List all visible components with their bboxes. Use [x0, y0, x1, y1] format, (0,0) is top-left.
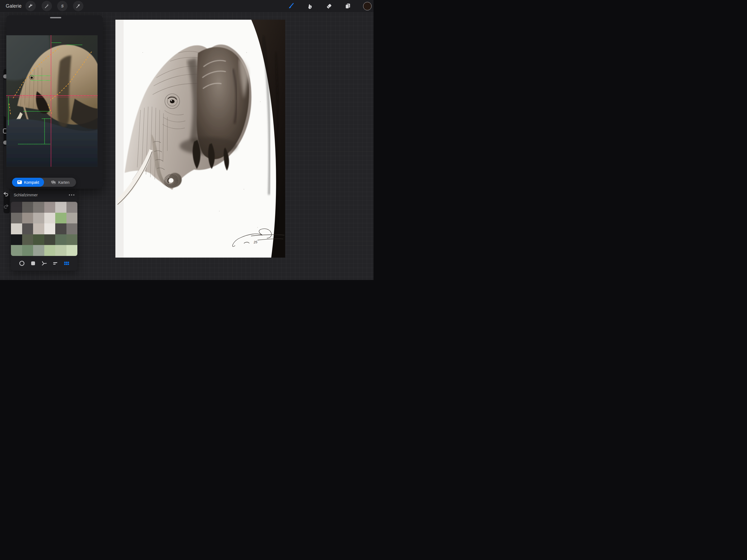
color-harmony-icon	[41, 260, 47, 266]
undo-button[interactable]	[3, 192, 9, 198]
palette-swatch[interactable]	[11, 202, 22, 213]
palette-swatch[interactable]	[44, 213, 55, 224]
transform-arrow-icon	[75, 3, 81, 9]
transform-button[interactable]	[73, 1, 83, 11]
palette-swatch[interactable]	[67, 245, 78, 256]
actions-button[interactable]	[25, 1, 36, 11]
palette-swatch[interactable]	[44, 234, 55, 245]
tab-karten[interactable]: Karten	[44, 178, 76, 187]
palette-header: Schlafzimmer	[11, 190, 77, 200]
smudge-button[interactable]	[305, 2, 314, 10]
palette-swatch[interactable]	[22, 213, 33, 224]
gallery-button[interactable]: Galerie	[6, 0, 22, 12]
layers-icon	[344, 2, 351, 9]
palette-menu-button[interactable]	[67, 192, 76, 198]
palette-swatch[interactable]	[55, 234, 67, 245]
reference-photo	[6, 35, 98, 167]
palette-swatch[interactable]	[33, 223, 44, 234]
redo-button[interactable]	[3, 204, 9, 210]
top-toolbar: Galerie S	[0, 0, 374, 12]
stacked-cards-icon	[51, 180, 56, 184]
reference-drag-handle[interactable]	[50, 17, 61, 18]
wrench-icon	[28, 3, 33, 9]
color-classic-icon	[30, 260, 36, 266]
palette-swatch[interactable]	[33, 245, 44, 256]
paint-brush-icon	[287, 2, 294, 9]
reference-panel[interactable]	[6, 15, 103, 189]
palette-view-tabs: Kompakt Karten	[12, 178, 76, 187]
palette-swatch[interactable]	[55, 223, 67, 234]
procreate-app: 25 Schlafzimmer	[0, 0, 374, 280]
redo-arrow-icon	[3, 204, 9, 210]
magic-wand-icon	[44, 3, 50, 9]
palette-swatch[interactable]	[44, 223, 55, 234]
signature-year: 25	[253, 240, 258, 244]
compact-card-icon	[17, 180, 22, 184]
canvas[interactable]: 25	[115, 20, 285, 258]
erase-button[interactable]	[325, 2, 333, 10]
palette-swatch[interactable]	[33, 202, 44, 213]
selection-button[interactable]: S	[57, 1, 68, 11]
palette-swatch[interactable]	[55, 245, 67, 256]
tab-karten-label: Karten	[58, 180, 70, 184]
palette-swatch[interactable]	[11, 234, 22, 245]
color-disc-icon	[19, 260, 25, 266]
paint-button[interactable]	[286, 2, 295, 10]
smudge-finger-icon	[306, 2, 313, 9]
color-mode-palettes[interactable]	[63, 260, 70, 267]
color-mode-value[interactable]	[52, 260, 59, 267]
color-value-icon	[52, 260, 58, 266]
color-mode-classic[interactable]	[29, 260, 36, 267]
palette-swatch[interactable]	[67, 234, 78, 245]
color-mode-disc[interactable]	[18, 260, 25, 267]
palette-swatch[interactable]	[44, 202, 55, 213]
palette-grid	[11, 202, 77, 256]
adjustments-button[interactable]	[42, 1, 52, 11]
palette-name: Schlafzimmer	[14, 193, 38, 197]
color-mode-harmony[interactable]	[41, 260, 48, 267]
palette-swatch[interactable]	[33, 234, 44, 245]
color-mode-row	[11, 258, 77, 269]
color-swatch-button[interactable]	[363, 2, 371, 10]
ellipsis-icon	[69, 195, 70, 196]
palette-swatch[interactable]	[11, 213, 22, 224]
palette-swatch[interactable]	[67, 223, 78, 234]
palette-swatch[interactable]	[55, 213, 67, 224]
color-palettes-grid-icon	[63, 260, 70, 266]
palette-swatch[interactable]	[22, 245, 33, 256]
palette-swatch[interactable]	[22, 202, 33, 213]
palette-swatch[interactable]	[22, 223, 33, 234]
artwork-elephant-drawing: 25	[115, 20, 285, 258]
palette-swatch[interactable]	[55, 202, 67, 213]
tab-kompakt[interactable]: Kompakt	[12, 178, 44, 187]
palette-swatch[interactable]	[44, 245, 55, 256]
palette-swatch[interactable]	[67, 202, 78, 213]
palette-swatch[interactable]	[11, 223, 22, 234]
undo-arrow-icon	[3, 192, 9, 198]
palette-swatch[interactable]	[67, 213, 78, 224]
palette-panel: Schlafzimmer	[11, 190, 77, 271]
svg-text:S: S	[61, 4, 64, 8]
palette-swatch[interactable]	[22, 234, 33, 245]
selection-s-icon: S	[60, 3, 65, 9]
palette-swatch[interactable]	[11, 245, 22, 256]
eraser-icon	[325, 2, 333, 9]
ellipsis-icon	[71, 195, 72, 196]
tab-kompakt-label: Kompakt	[24, 180, 39, 184]
ellipsis-icon	[73, 195, 74, 196]
palette-swatch[interactable]	[33, 213, 44, 224]
layers-button[interactable]	[343, 2, 352, 10]
